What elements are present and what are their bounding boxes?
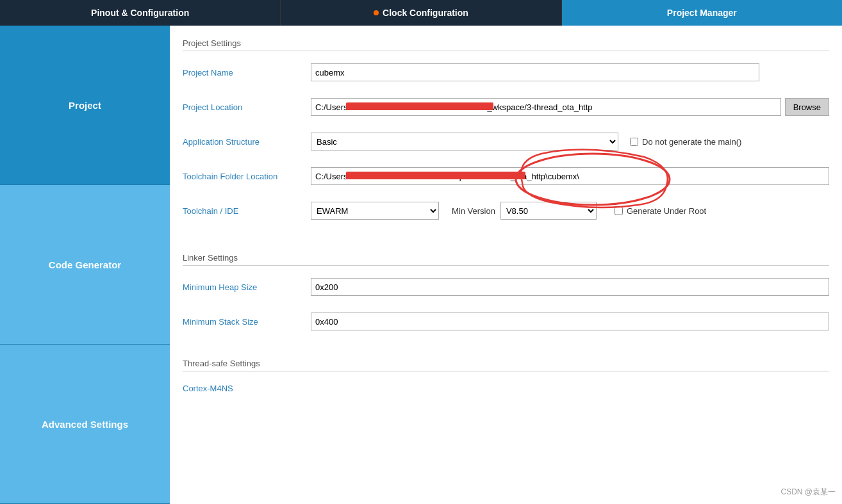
min-stack-label: Minimum Stack Size [183, 317, 311, 327]
project-settings-section: Project Settings Project Name Project Lo… [183, 38, 829, 222]
project-name-input[interactable] [311, 63, 759, 81]
sidebar-item-project[interactable]: Project [0, 26, 170, 185]
generate-under-root-label: Generate Under Root [627, 206, 706, 216]
project-name-label: Project Name [183, 68, 311, 77]
tab-clock-label: Clock Configuration [383, 8, 468, 18]
project-location-input[interactable] [311, 98, 781, 116]
main-layout: Project Code Generator Advanced Settings… [0, 26, 842, 504]
tab-clock[interactable]: Clock Configuration [281, 0, 561, 26]
toolchain-ide-controls: EWARM MDK-ARM STM32CubeIDE Makefile Min … [311, 202, 829, 220]
clock-dot-icon [374, 10, 379, 15]
application-structure-row: Application Structure Basic Advanced Do … [183, 130, 829, 153]
toolchain-folder-label: Toolchain Folder Location [183, 172, 311, 181]
cortex-row: Cortex-M4NS [183, 381, 829, 396]
tab-pinout-label: Pinout & Configuration [91, 8, 189, 18]
min-version-select[interactable]: V8.50 V9.00 [500, 202, 597, 220]
generate-under-root-checkbox[interactable] [615, 207, 623, 215]
tab-pinout[interactable]: Pinout & Configuration [0, 0, 281, 26]
tab-project-manager[interactable]: Project Manager [562, 0, 842, 26]
min-stack-row: Minimum Stack Size [183, 310, 829, 333]
toolchain-ide-select[interactable]: EWARM MDK-ARM STM32CubeIDE Makefile [311, 202, 439, 220]
thread-safe-settings-header: Thread-safe Settings [183, 359, 829, 371]
thread-safe-settings-section: Thread-safe Settings Cortex-M4NS [183, 359, 829, 396]
spacer-1 [183, 234, 829, 247]
project-location-field-wrapper [311, 98, 781, 116]
project-settings-header: Project Settings [183, 38, 829, 51]
toolchain-folder-input[interactable] [311, 167, 829, 185]
top-navigation: Pinout & Configuration Clock Configurati… [0, 0, 842, 26]
linker-settings-header: Linker Settings [183, 253, 829, 266]
min-version-group: Min Version V8.50 V9.00 [452, 202, 597, 220]
project-location-label: Project Location [183, 102, 311, 112]
no-main-label: Do not generate the main() [642, 137, 741, 147]
min-heap-label: Minimum Heap Size [183, 282, 311, 292]
application-structure-select[interactable]: Basic Advanced [311, 133, 618, 150]
application-structure-label: Application Structure [183, 137, 311, 147]
project-location-input-group: Browse [311, 98, 829, 116]
project-name-row: Project Name [183, 61, 829, 84]
sidebar-item-code-generator-label: Code Generator [49, 259, 121, 270]
min-stack-input[interactable] [311, 313, 829, 330]
toolchain-folder-row: Toolchain Folder Location [183, 165, 829, 188]
generate-under-root-group: Generate Under Root [615, 206, 706, 216]
toolchain-ide-label: Toolchain / IDE [183, 206, 311, 216]
cortex-link[interactable]: Cortex-M4NS [183, 384, 233, 393]
watermark: CSDN @袁某一 [780, 487, 836, 498]
min-heap-row: Minimum Heap Size [183, 275, 829, 298]
app-structure-controls: Basic Advanced Do not generate the main(… [311, 133, 829, 150]
linker-settings-section: Linker Settings Minimum Heap Size Minimu… [183, 253, 829, 333]
tab-project-manager-label: Project Manager [667, 8, 737, 18]
min-heap-input[interactable] [311, 278, 829, 296]
content-area: Project Settings Project Name Project Lo… [170, 26, 842, 504]
sidebar-item-code-generator[interactable]: Code Generator [0, 185, 170, 345]
sidebar-item-advanced-settings[interactable]: Advanced Settings [0, 345, 170, 504]
min-version-label: Min Version [452, 206, 495, 216]
toolchain-folder-wrapper [311, 167, 829, 185]
no-main-checkbox[interactable] [630, 138, 638, 146]
sidebar-item-advanced-settings-label: Advanced Settings [42, 419, 128, 430]
sidebar: Project Code Generator Advanced Settings [0, 26, 170, 504]
toolchain-ide-row: Toolchain / IDE EWARM MDK-ARM STM32CubeI… [183, 199, 829, 222]
no-main-checkbox-group: Do not generate the main() [630, 137, 741, 147]
sidebar-item-project-label: Project [69, 100, 101, 111]
browse-button[interactable]: Browse [785, 98, 829, 116]
project-location-row: Project Location Browse [183, 95, 829, 118]
